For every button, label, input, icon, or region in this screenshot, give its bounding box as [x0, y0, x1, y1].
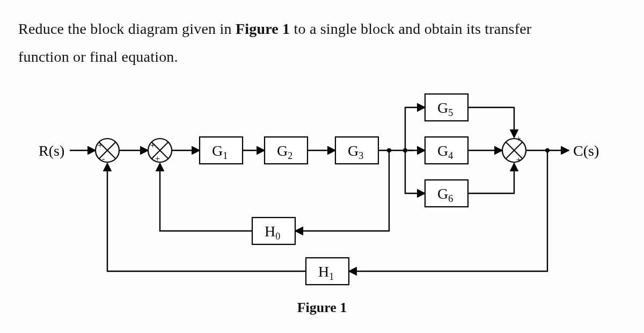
figure-caption: Figure 1 — [0, 300, 644, 316]
block-g2: G2 — [265, 137, 308, 164]
block-g1: G1 — [200, 137, 243, 164]
block-g5: G5 — [425, 94, 468, 121]
summing-junction-3: + + — [502, 134, 526, 164]
wire-to-g5 — [405, 107, 425, 150]
summing-junction-2: + + — [148, 139, 172, 163]
sum3-bottom-sign: + — [516, 155, 521, 164]
block-g6: G6 — [425, 180, 468, 207]
block-h1: H1 — [306, 258, 349, 285]
input-label: R(s) — [39, 142, 64, 159]
block-diagram: R(s) + - + + G1 — [0, 0, 644, 333]
block-g4: G4 — [425, 137, 468, 164]
summing-junction-1: + - — [96, 139, 119, 163]
sum2-left-sign: + — [150, 141, 155, 150]
output-label: C(s) — [573, 142, 599, 159]
block-h0: H0 — [252, 218, 295, 244]
sum3-top-sign: + — [516, 134, 521, 143]
wire-h0-to-sum2 — [160, 163, 252, 231]
wire-to-g6 — [405, 150, 425, 193]
block-g3: G3 — [335, 137, 378, 164]
sum1-left-sign: + — [98, 141, 103, 150]
wire-to-h1 — [349, 150, 547, 271]
wire-g6-sum3 — [468, 163, 514, 193]
wire-g5-sum3 — [468, 107, 514, 137]
sum2-bottom-sign: + — [155, 154, 160, 163]
sum1-bottom-sign: - — [102, 154, 105, 163]
